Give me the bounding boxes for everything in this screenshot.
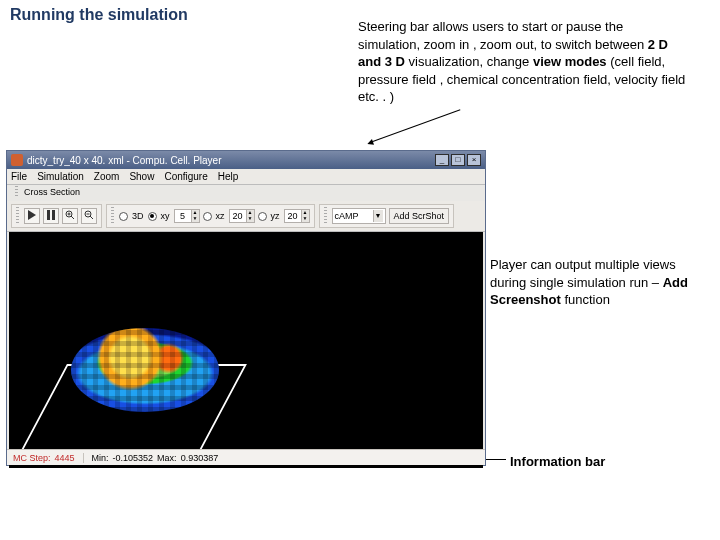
steering-bar-description: Steering bar allows users to start or pa… [358,18,688,106]
field-select-value: cAMP [335,211,373,221]
menu-file[interactable]: File [11,171,27,182]
cross-section-label: Cross Section [24,187,80,197]
max-label: Max: [157,453,177,463]
chevron-down-icon: ▼ [373,210,383,222]
pause-icon [46,210,56,222]
zoom-out-button[interactable] [81,208,97,224]
spin-yz[interactable]: 20 ▲▼ [284,209,310,223]
svg-line-4 [71,216,74,219]
slide-title: Running the simulation [10,6,188,24]
field-select[interactable]: cAMP ▼ [332,208,386,224]
svg-marker-0 [28,210,36,220]
spin-xy[interactable]: 5 ▲▼ [174,209,200,223]
svg-rect-1 [47,210,50,220]
text: visualization, change [409,54,533,69]
playback-group [11,204,102,228]
spin-xz-value: 20 [230,211,246,221]
text: Steering bar allows users to start or pa… [358,19,644,52]
label-xy: xy [161,211,170,221]
toolbar-row: 3D xy 5 ▲▼ xz 20 ▲▼ yz 20 ▲▼ cAMP [7,201,485,232]
mcstep-label: MC Step: [13,453,51,463]
text: function [564,292,610,307]
callout-arrow [370,109,461,143]
zoom-out-icon [84,210,94,222]
status-bar: MC Step: 4445 Min: -0.105352 Max: 0.9303… [7,449,485,465]
radio-yz[interactable] [258,212,267,221]
spin-xz[interactable]: 20 ▲▼ [229,209,255,223]
label-xz: xz [216,211,225,221]
screenshot-description: Player can output multiple views during … [490,256,705,309]
zoom-in-button[interactable] [62,208,78,224]
play-icon [27,210,37,222]
play-button[interactable] [24,208,40,224]
svg-rect-2 [52,210,55,220]
down-icon[interactable]: ▼ [246,216,254,222]
field-group: cAMP ▼ Add ScrShot [319,204,455,228]
menu-show[interactable]: Show [129,171,154,182]
mcstep-value: 4445 [55,453,75,463]
app-icon [11,154,23,166]
radio-3d[interactable] [119,212,128,221]
down-icon[interactable]: ▼ [301,216,309,222]
minimize-button[interactable]: _ [435,154,449,166]
add-screenshot-button[interactable]: Add ScrShot [389,208,450,224]
spin-xy-value: 5 [175,211,191,221]
menu-zoom[interactable]: Zoom [94,171,120,182]
pause-button[interactable] [43,208,59,224]
menu-help[interactable]: Help [218,171,239,182]
min-value: -0.105352 [113,453,154,463]
simulation-blob [71,328,219,412]
zoom-in-icon [65,210,75,222]
visualization-viewport[interactable] [9,232,483,468]
window-titlebar[interactable]: dicty_try_40 x 40. xml - Compu. Cell. Pl… [7,151,485,169]
text: Player can output multiple views during … [490,257,676,290]
cross-section-group: 3D xy 5 ▲▼ xz 20 ▲▼ yz 20 ▲▼ [106,204,315,228]
window-title: dicty_try_40 x 40. xml - Compu. Cell. Pl… [27,155,222,166]
svg-line-8 [90,216,93,219]
menu-bar: File Simulation Zoom Show Configure Help [7,169,485,185]
label-yz: yz [271,211,280,221]
label-3d: 3D [132,211,144,221]
spin-yz-value: 20 [285,211,301,221]
radio-xy[interactable] [148,212,157,221]
close-button[interactable]: × [467,154,481,166]
information-bar-label: Information bar [510,454,605,469]
down-icon[interactable]: ▼ [191,216,199,222]
text-bold: view modes [533,54,607,69]
cross-section-toolbar-label: Cross Section [7,185,485,201]
min-label: Min: [92,453,109,463]
player-window: dicty_try_40 x 40. xml - Compu. Cell. Pl… [6,150,486,466]
menu-simulation[interactable]: Simulation [37,171,84,182]
max-value: 0.930387 [181,453,219,463]
menu-configure[interactable]: Configure [164,171,207,182]
radio-xz[interactable] [203,212,212,221]
maximize-button[interactable]: □ [451,154,465,166]
